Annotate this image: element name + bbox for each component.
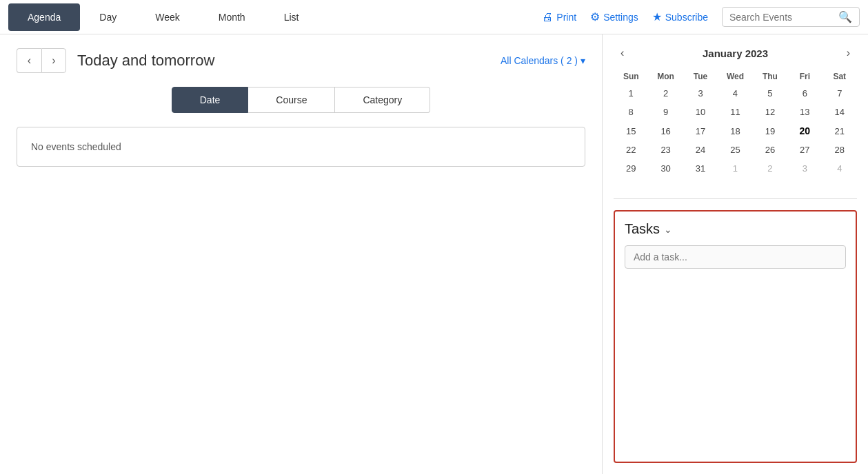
tab-agenda[interactable]: Agenda: [8, 3, 80, 31]
view-course-button[interactable]: Course: [248, 87, 335, 113]
calendar-day[interactable]: 24: [683, 141, 718, 159]
calendar-day[interactable]: 5: [753, 84, 787, 103]
weekday-thu: Thu: [753, 69, 787, 84]
subscribe-action[interactable]: ★ Subscribe: [652, 10, 708, 23]
calendar-day[interactable]: 13: [787, 103, 822, 121]
prev-date-button[interactable]: ‹: [17, 48, 41, 73]
tasks-header: Tasks ⌄: [625, 221, 846, 237]
tab-day[interactable]: Day: [80, 3, 136, 31]
calendar-day[interactable]: 22: [614, 141, 648, 159]
calendar-day[interactable]: 9: [648, 103, 683, 121]
search-icon: 🔍: [838, 10, 852, 23]
tab-month[interactable]: Month: [199, 3, 265, 31]
no-events-text: No events scheduled: [31, 141, 121, 152]
weekday-sun: Sun: [614, 69, 648, 84]
calendar-day[interactable]: 4: [822, 159, 857, 178]
mini-cal-grid: Sun Mon Tue Wed Thu Fri Sat 123456789101…: [614, 69, 857, 178]
tab-week[interactable]: Week: [136, 3, 199, 31]
mini-cal-next[interactable]: ›: [842, 45, 854, 61]
calendar-day[interactable]: 27: [787, 141, 822, 159]
star-icon: ★: [652, 10, 662, 23]
calendar-day[interactable]: 8: [614, 103, 648, 121]
subscribe-label: Subscribe: [665, 12, 708, 23]
settings-action[interactable]: ⚙ Settings: [590, 10, 638, 23]
nav-tabs: Agenda Day Week Month List: [8, 3, 318, 31]
agenda-title: Today and tomorrow: [77, 52, 501, 70]
tasks-chevron-icon[interactable]: ⌄: [664, 224, 672, 235]
calendar-day[interactable]: 6: [787, 84, 822, 103]
top-nav: Agenda Day Week Month List 🖨 Print ⚙ Set…: [0, 0, 868, 34]
mini-cal-header: ‹ January 2023 ›: [614, 45, 857, 61]
calendar-day[interactable]: 29: [614, 159, 648, 178]
next-date-button[interactable]: ›: [41, 48, 66, 73]
calendar-day[interactable]: 28: [822, 141, 857, 159]
calendar-day[interactable]: 23: [648, 141, 683, 159]
calendar-day[interactable]: 11: [718, 103, 752, 121]
section-divider: [614, 198, 857, 199]
weekday-wed: Wed: [718, 69, 752, 84]
weekday-mon: Mon: [648, 69, 683, 84]
weekday-fri: Fri: [787, 69, 822, 84]
calendar-day[interactable]: 3: [787, 159, 822, 178]
settings-icon: ⚙: [590, 10, 600, 23]
calendar-day[interactable]: 1: [614, 84, 648, 103]
calendar-day[interactable]: 26: [753, 141, 787, 159]
calendar-day[interactable]: 17: [683, 121, 718, 141]
print-label: Print: [556, 12, 576, 23]
calendar-selector[interactable]: All Calendars ( 2 ) ▾: [501, 55, 585, 66]
mini-cal-title: January 2023: [703, 48, 768, 59]
calendar-day[interactable]: 12: [753, 103, 787, 121]
nav-right: 🖨 Print ⚙ Settings ★ Subscribe 🔍: [542, 7, 860, 27]
tab-list[interactable]: List: [265, 3, 319, 31]
calendar-day[interactable]: 2: [753, 159, 787, 178]
view-date-button[interactable]: Date: [172, 87, 249, 113]
date-nav-arrows: ‹ ›: [17, 48, 66, 73]
print-icon: 🖨: [542, 11, 553, 23]
calendar-day[interactable]: 3: [683, 84, 718, 103]
calendar-day[interactable]: 19: [753, 121, 787, 141]
weekday-tue: Tue: [683, 69, 718, 84]
no-events-box: No events scheduled: [17, 127, 585, 167]
print-action[interactable]: 🖨 Print: [542, 11, 576, 23]
calendar-day[interactable]: 2: [648, 84, 683, 103]
calendar-day[interactable]: 7: [822, 84, 857, 103]
tasks-title: Tasks: [625, 221, 660, 237]
left-panel: ‹ › Today and tomorrow All Calendars ( 2…: [0, 34, 603, 474]
calendar-selector-label: All Calendars ( 2 ): [501, 55, 578, 66]
calendar-day[interactable]: 30: [648, 159, 683, 178]
mini-calendar: ‹ January 2023 › Sun Mon Tue Wed Thu Fri…: [614, 45, 857, 178]
tasks-section: Tasks ⌄: [614, 210, 857, 463]
right-panel: ‹ January 2023 › Sun Mon Tue Wed Thu Fri…: [603, 34, 868, 474]
calendar-selector-chevron: ▾: [581, 55, 585, 66]
settings-label: Settings: [603, 12, 638, 23]
mini-cal-prev[interactable]: ‹: [616, 45, 628, 61]
calendar-day[interactable]: 25: [718, 141, 752, 159]
weekday-sat: Sat: [822, 69, 857, 84]
task-input[interactable]: [625, 245, 846, 269]
calendar-day[interactable]: 20: [787, 121, 822, 141]
calendar-day[interactable]: 14: [822, 103, 857, 121]
view-toggle: Date Course Category: [17, 87, 585, 113]
agenda-header: ‹ › Today and tomorrow All Calendars ( 2…: [17, 48, 585, 73]
calendar-day[interactable]: 1: [718, 159, 752, 178]
calendar-day[interactable]: 31: [683, 159, 718, 178]
calendar-day[interactable]: 15: [614, 121, 648, 141]
view-category-button[interactable]: Category: [335, 87, 430, 113]
calendar-day[interactable]: 18: [718, 121, 752, 141]
calendar-day[interactable]: 4: [718, 84, 752, 103]
search-input[interactable]: [729, 12, 834, 23]
main-layout: ‹ › Today and tomorrow All Calendars ( 2…: [0, 34, 868, 474]
calendar-day[interactable]: 10: [683, 103, 718, 121]
search-box: 🔍: [722, 7, 860, 27]
calendar-day[interactable]: 21: [822, 121, 857, 141]
calendar-day[interactable]: 16: [648, 121, 683, 141]
